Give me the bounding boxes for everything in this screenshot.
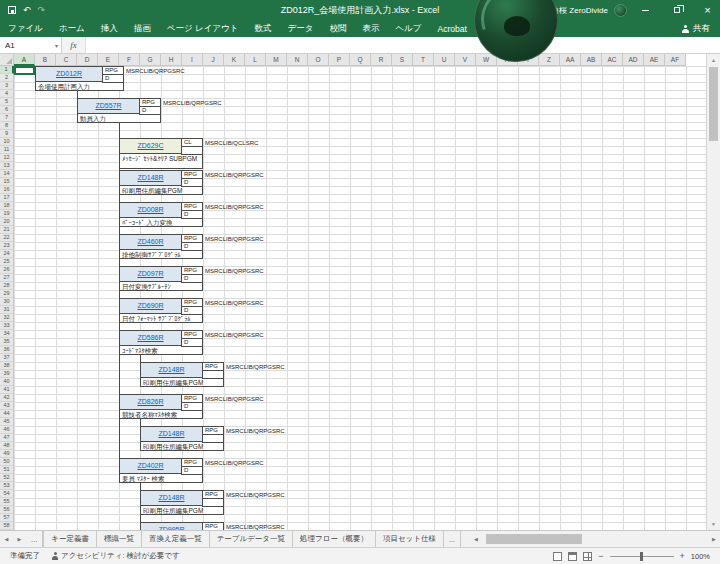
row-header-30[interactable]: 30 — [0, 298, 14, 306]
row-header-52[interactable]: 52 — [0, 474, 14, 482]
row-header-38[interactable]: 38 — [0, 362, 14, 370]
column-header-U[interactable]: U — [434, 54, 455, 66]
row-header-1[interactable]: 1 — [0, 66, 14, 74]
sheet-tab-2[interactable]: 置換え定義一覧 — [142, 531, 210, 547]
column-header-B[interactable]: B — [35, 54, 56, 66]
column-header-F[interactable]: F — [119, 54, 140, 66]
row-header-28[interactable]: 28 — [0, 282, 14, 290]
program-link-ZD557R[interactable]: ZD557R — [95, 102, 121, 109]
row-header-16[interactable]: 16 — [0, 186, 14, 194]
program-link-ZD012R[interactable]: ZD012R — [56, 70, 82, 77]
row-header-23[interactable]: 23 — [0, 242, 14, 250]
row-header-42[interactable]: 42 — [0, 394, 14, 402]
column-header-J[interactable]: J — [203, 54, 224, 66]
program-link-ZD148R[interactable]: ZD148R — [158, 494, 184, 501]
program-link-ZD148R[interactable]: ZD148R — [158, 430, 184, 437]
column-header-A[interactable]: A — [14, 54, 35, 66]
column-header-C[interactable]: C — [56, 54, 77, 66]
row-header-3[interactable]: 3 — [0, 82, 14, 90]
program-link-ZD629C[interactable]: ZD629C — [137, 142, 163, 149]
restore-button[interactable] — [664, 0, 689, 20]
column-header-S[interactable]: S — [392, 54, 413, 66]
ribbon-tab-1[interactable]: ホーム — [51, 20, 93, 37]
horizontal-scroll-track[interactable] — [482, 531, 708, 547]
row-header-13[interactable]: 13 — [0, 162, 14, 170]
formula-input[interactable] — [86, 37, 720, 53]
save-icon[interactable] — [8, 6, 16, 14]
column-header-O[interactable]: O — [308, 54, 329, 66]
row-header-24[interactable]: 24 — [0, 250, 14, 258]
sheet-cells[interactable]: 会場使用計画入力ZD012RRPGDMSRCLIB/QRPGSRC動員入力ZD5… — [14, 66, 706, 530]
row-header-10[interactable]: 10 — [0, 138, 14, 146]
program-link-ZD402R[interactable]: ZD402R — [137, 462, 163, 469]
sheet-tab-1[interactable]: 標識一覧 — [97, 531, 142, 547]
ribbon-tab-2[interactable]: 挿入 — [93, 20, 126, 37]
column-header-AD[interactable]: AD — [623, 54, 644, 66]
program-link-ZD008R[interactable]: ZD008R — [137, 206, 163, 213]
select-all-corner[interactable] — [0, 54, 14, 66]
row-header-49[interactable]: 49 — [0, 450, 14, 458]
column-header-Z[interactable]: Z — [539, 54, 560, 66]
row-header-53[interactable]: 53 — [0, 482, 14, 490]
row-header-21[interactable]: 21 — [0, 226, 14, 234]
row-header-18[interactable]: 18 — [0, 202, 14, 210]
column-header-AF[interactable]: AF — [665, 54, 686, 66]
ribbon-tab-10[interactable]: Acrobat — [429, 20, 474, 37]
sheet-tab-0[interactable]: キー定義書 — [44, 531, 97, 547]
row-header-33[interactable]: 33 — [0, 322, 14, 330]
zoom-in-button[interactable]: + — [680, 552, 685, 561]
column-header-E[interactable]: E — [98, 54, 119, 66]
scroll-left-icon[interactable]: ◀ — [470, 536, 482, 542]
row-header-9[interactable]: 9 — [0, 130, 14, 138]
column-header-M[interactable]: M — [266, 54, 287, 66]
row-header-57[interactable]: 57 — [0, 514, 14, 522]
minimize-button[interactable] — [633, 0, 658, 20]
zoom-level[interactable]: 100% — [691, 552, 710, 561]
column-header-K[interactable]: K — [224, 54, 245, 66]
row-header-32[interactable]: 32 — [0, 314, 14, 322]
column-header-P[interactable]: P — [329, 54, 350, 66]
program-link-ZD097R[interactable]: ZD097R — [137, 270, 163, 277]
column-header-H[interactable]: H — [161, 54, 182, 66]
row-header-41[interactable]: 41 — [0, 386, 14, 394]
normal-view-icon[interactable] — [553, 552, 562, 561]
row-header-48[interactable]: 48 — [0, 442, 14, 450]
row-header-11[interactable]: 11 — [0, 146, 14, 154]
column-header-R[interactable]: R — [371, 54, 392, 66]
row-header-40[interactable]: 40 — [0, 378, 14, 386]
share-button[interactable]: 共有 — [682, 20, 720, 37]
scroll-up-icon[interactable]: ▲ — [707, 54, 720, 66]
row-header-44[interactable]: 44 — [0, 410, 14, 418]
row-header-6[interactable]: 6 — [0, 106, 14, 114]
row-header-47[interactable]: 47 — [0, 434, 14, 442]
column-header-AC[interactable]: AC — [602, 54, 623, 66]
zoom-slider[interactable] — [610, 556, 674, 557]
page-break-view-icon[interactable] — [583, 552, 592, 561]
column-header-G[interactable]: G — [140, 54, 161, 66]
ribbon-tab-5[interactable]: 数式 — [246, 20, 279, 37]
ribbon-tab-8[interactable]: 表示 — [354, 20, 387, 37]
ribbon-tab-9[interactable]: ヘルプ — [387, 20, 429, 37]
scroll-down-icon[interactable]: ▼ — [707, 518, 720, 530]
row-header-5[interactable]: 5 — [0, 98, 14, 106]
chevron-down-icon[interactable]: ▾ — [55, 42, 58, 49]
program-link-ZD460R[interactable]: ZD460R — [137, 238, 163, 245]
row-header-55[interactable]: 55 — [0, 498, 14, 506]
column-header-N[interactable]: N — [287, 54, 308, 66]
sheet-overflow-left[interactable]: ... — [26, 531, 43, 547]
column-header-AB[interactable]: AB — [581, 54, 602, 66]
column-header-Q[interactable]: Q — [350, 54, 371, 66]
row-header-50[interactable]: 50 — [0, 458, 14, 466]
row-header-15[interactable]: 15 — [0, 178, 14, 186]
account-name[interactable]: 曲桜 ZeroDivide — [551, 5, 608, 16]
column-header-D[interactable]: D — [77, 54, 98, 66]
row-header-58[interactable]: 58 — [0, 522, 14, 530]
column-header-V[interactable]: V — [455, 54, 476, 66]
vertical-scrollbar[interactable]: ▲ ▼ — [706, 54, 720, 530]
column-header-AE[interactable]: AE — [644, 54, 665, 66]
row-header-46[interactable]: 46 — [0, 426, 14, 434]
sheet-nav-right-icon[interactable]: ▶ — [13, 531, 26, 547]
sheet-tab-4[interactable]: 処理フロー（概要） — [293, 531, 376, 547]
ribbon-tab-3[interactable]: 描画 — [126, 20, 159, 37]
name-box[interactable]: A1 ▾ — [0, 37, 62, 53]
